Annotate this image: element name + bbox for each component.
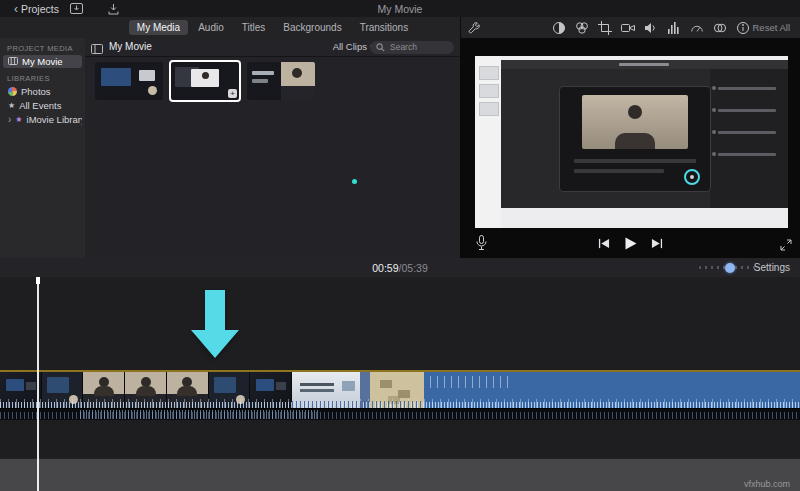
tab-audio[interactable]: Audio — [190, 20, 232, 35]
sidebar-item-imovie-library[interactable]: › ★ iMovie Library — [3, 113, 82, 126]
person-shoulders — [615, 133, 655, 149]
thumbnail-dialog — [139, 70, 155, 81]
preview-dialog-row — [574, 169, 664, 173]
crop-icon[interactable] — [597, 20, 612, 35]
all-clips-dropdown[interactable]: All Clips ▾ — [333, 41, 374, 52]
media-tabs: My Media Audio Titles Backgrounds Transi… — [85, 17, 460, 38]
preview-dialog-row — [574, 159, 696, 163]
color-balance-icon[interactable] — [551, 20, 566, 35]
volume-icon[interactable] — [643, 20, 658, 35]
preview-person-video — [582, 95, 688, 149]
previous-frame-button[interactable] — [598, 238, 610, 249]
libraries-sidebar: PROJECT MEDIA My Movie LIBRARIES Photos … — [0, 38, 85, 258]
timeline: vfxhub.com — [0, 277, 800, 491]
reset-all-button[interactable]: Reset All — [747, 21, 797, 34]
viewer-panel — [460, 38, 800, 258]
sidebar-item-my-movie[interactable]: My Movie — [3, 55, 82, 68]
sidebar-item-photos[interactable]: Photos — [3, 85, 82, 98]
libraries-header: LIBRARIES — [7, 74, 85, 83]
clip-thumbnail-selected[interactable]: + — [171, 62, 239, 100]
playback-controls — [460, 237, 800, 250]
stabilization-icon[interactable] — [620, 20, 635, 35]
timeline-bottom-bar: vfxhub.com — [0, 458, 800, 491]
sidebar-item-label: All Events — [19, 100, 61, 111]
sidebar-item-label: iMovie Library — [27, 114, 82, 125]
disclosure-icon: › — [8, 116, 11, 124]
sidebar-item-all-events[interactable]: ★ All Events — [3, 99, 82, 112]
thumbnail-person — [292, 68, 302, 78]
watermark-text: vfxhub.com — [744, 479, 790, 489]
preview-sidebar-row — [718, 109, 776, 112]
time-display: 00:59 / 05:39 — [0, 258, 800, 277]
media-thumbnails: + — [95, 62, 315, 100]
playhead[interactable] — [37, 277, 39, 491]
clip-thumbnail[interactable] — [95, 62, 163, 100]
person-head — [628, 105, 642, 119]
sidebar-item-label: My Movie — [22, 56, 63, 67]
timeline-clip[interactable] — [0, 372, 800, 408]
browser-appearance-icon[interactable] — [91, 42, 103, 57]
library-star-icon: ★ — [15, 116, 22, 124]
preview-app-titlebar — [501, 60, 788, 69]
thumbnail-person — [202, 72, 209, 79]
annotation-arrow — [191, 290, 239, 358]
enhance-wrench-icon[interactable] — [466, 20, 481, 35]
preview-slide — [479, 84, 499, 98]
tab-transitions[interactable]: Transitions — [352, 20, 417, 35]
total-time: 05:39 — [401, 262, 427, 274]
imovie-window: ‹ Projects My Movie My Media Audio Title… — [0, 0, 800, 491]
search-icon — [376, 43, 385, 52]
titlebar: ‹ Projects My Movie — [0, 0, 800, 18]
video-preview — [475, 56, 788, 228]
toolbar-band: My Media Audio Titles Backgrounds Transi… — [0, 17, 800, 39]
fullscreen-icon[interactable] — [780, 239, 792, 254]
play-button[interactable] — [624, 237, 637, 250]
pointer-dot — [352, 179, 357, 184]
tab-my-media[interactable]: My Media — [129, 20, 188, 35]
preview-app-window — [501, 60, 788, 208]
preview-sidebar-row — [718, 153, 776, 156]
filmstrip-icon — [8, 56, 18, 67]
cursor-highlight-ring — [684, 169, 700, 185]
preview-sidebar-row — [718, 131, 776, 134]
current-time: 00:59 — [372, 262, 398, 274]
browser-title: My Movie — [109, 41, 152, 52]
tab-backgrounds[interactable]: Backgrounds — [275, 20, 349, 35]
thumbnail-screen — [101, 68, 131, 86]
zoom-slider-thumb[interactable] — [725, 263, 735, 273]
search-field[interactable] — [370, 41, 454, 54]
browser-header: My Movie All Clips ▾ — [85, 38, 460, 57]
photos-icon — [8, 87, 17, 96]
thumbnail-caption — [252, 71, 274, 75]
clip-adjust-icons — [551, 20, 750, 35]
noise-reduction-icon[interactable] — [666, 20, 681, 35]
project-media-header: PROJECT MEDIA — [7, 44, 85, 53]
color-correction-icon[interactable] — [574, 20, 589, 35]
settings-button[interactable]: Settings — [748, 261, 796, 274]
thumbnail-caption — [252, 79, 268, 83]
next-frame-button[interactable] — [651, 238, 663, 249]
filter-label: All Clips — [333, 41, 367, 52]
timeline-toolbar: 00:59 / 05:39 Settings — [0, 258, 800, 278]
plus-badge-icon: + — [228, 89, 237, 98]
preview-dialog — [559, 86, 711, 192]
adjust-toolbar: Reset All — [460, 17, 800, 38]
speed-icon[interactable] — [689, 20, 704, 35]
window-title: My Movie — [0, 0, 800, 17]
sidebar-item-label: Photos — [21, 86, 51, 97]
preview-slide — [479, 66, 499, 80]
media-browser: My Movie All Clips ▾ + — [85, 38, 460, 258]
star-icon: ★ — [8, 102, 15, 110]
preview-slides-column — [475, 56, 501, 228]
preview-slide — [479, 102, 499, 116]
preview-app-sidebar — [710, 69, 788, 208]
thumbnail-person — [148, 86, 157, 95]
tab-titles[interactable]: Titles — [234, 20, 274, 35]
clip-audio-waveform[interactable] — [0, 408, 800, 420]
preview-sidebar-row — [718, 87, 776, 90]
search-input[interactable] — [388, 41, 448, 53]
effects-icon[interactable] — [712, 20, 727, 35]
waveform-overlay-dark — [292, 401, 424, 408]
clip-thumbnail[interactable] — [247, 62, 315, 100]
